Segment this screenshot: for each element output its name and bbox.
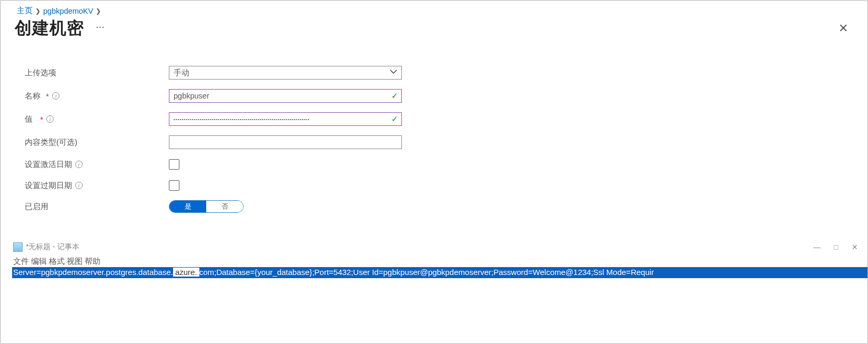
close-icon[interactable]: ✕ — [839, 22, 848, 35]
enabled-toggle[interactable]: 是 否 — [169, 200, 244, 213]
menu-format[interactable]: 格式 — [49, 257, 65, 267]
more-menu-icon[interactable]: ··· — [96, 21, 105, 33]
expiration-date-checkbox[interactable] — [169, 180, 179, 191]
menu-edit[interactable]: 编辑 — [31, 257, 47, 267]
value-label: 值 * i — [25, 114, 169, 124]
notepad-icon — [13, 242, 23, 252]
upload-option-label: 上传选项 — [25, 68, 169, 78]
maximize-icon[interactable]: □ — [826, 243, 845, 251]
activation-date-checkbox[interactable] — [169, 159, 179, 170]
breadcrumb: 主页 ❯ pgbkpdemoKV ❯ — [1, 1, 867, 16]
name-label: 名称 * i — [25, 91, 169, 101]
breadcrumb-home[interactable]: 主页 — [17, 6, 33, 16]
activation-date-label: 设置激活日期 i — [25, 160, 169, 170]
info-icon[interactable]: i — [46, 115, 54, 123]
checkmark-icon: ✓ — [391, 91, 398, 101]
notepad-title: *无标题 - 记事本 — [26, 242, 79, 252]
close-icon[interactable]: ✕ — [845, 243, 864, 251]
notepad-window: *无标题 - 记事本 — □ ✕ 文件 编辑 格式 视图 帮助 Server=p… — [12, 239, 867, 343]
enabled-label: 已启用 — [25, 202, 169, 212]
menu-file[interactable]: 文件 — [13, 257, 29, 267]
toggle-no[interactable]: 否 — [206, 201, 243, 212]
upload-option-select[interactable]: 手动 — [169, 66, 402, 80]
expiration-date-label: 设置过期日期 i — [25, 181, 169, 191]
value-input[interactable] — [169, 112, 402, 126]
name-input[interactable] — [169, 89, 402, 103]
checkmark-icon: ✓ — [391, 114, 398, 124]
toggle-yes[interactable]: 是 — [169, 201, 206, 212]
menu-view[interactable]: 视图 — [67, 257, 83, 267]
info-icon[interactable]: i — [75, 161, 83, 168]
notepad-content[interactable]: Server=pgbkpdemoserver.postgres.database… — [12, 267, 867, 278]
menu-help[interactable]: 帮助 — [85, 257, 100, 267]
info-icon[interactable]: i — [52, 92, 59, 100]
page-title: 创建机密 — [15, 17, 84, 40]
breadcrumb-keyvault[interactable]: pgbkpdemoKV — [43, 7, 93, 15]
minimize-icon[interactable]: — — [808, 243, 826, 251]
chevron-right-icon: ❯ — [35, 7, 41, 15]
content-type-input[interactable] — [169, 135, 402, 149]
notepad-menubar: 文件 编辑 格式 视图 帮助 — [12, 255, 867, 267]
content-type-label: 内容类型(可选) — [25, 137, 169, 148]
info-icon[interactable]: i — [75, 182, 83, 189]
chevron-right-icon: ❯ — [96, 7, 101, 15]
